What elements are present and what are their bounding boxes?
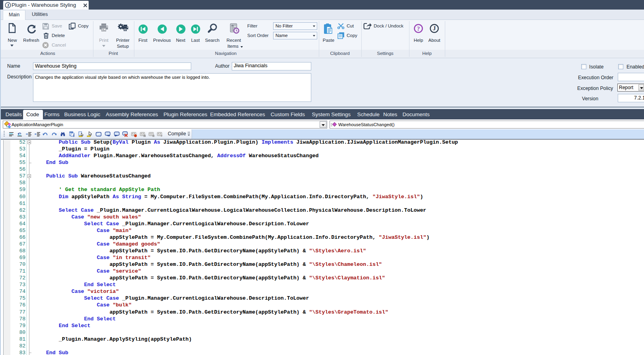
svg-text:J: J [7,3,9,8]
svg-text:J: J [433,25,436,31]
svg-text:?: ? [417,25,420,32]
